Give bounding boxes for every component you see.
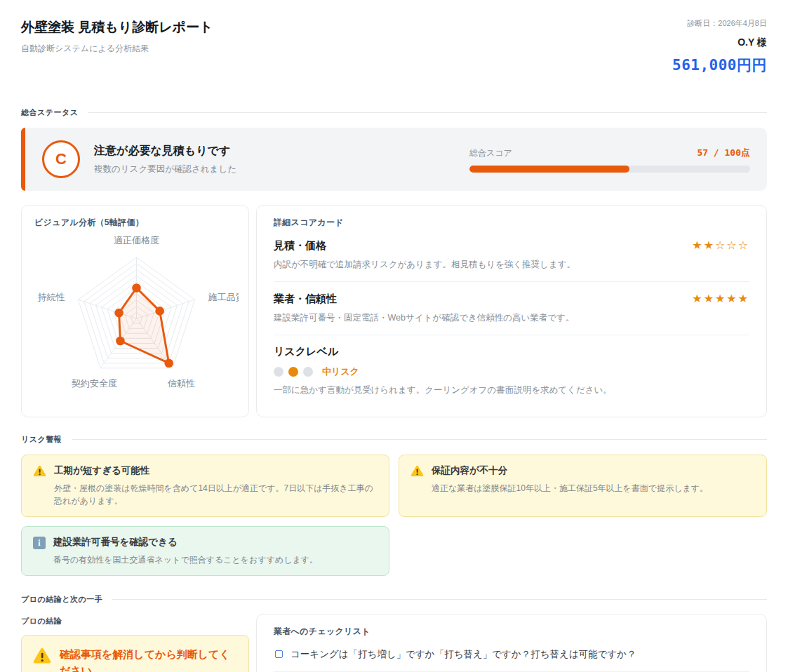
score-block: 総合スコア 57 / 100点 [469,147,750,173]
page-subtitle: 自動診断システムによる分析結果 [21,43,213,55]
alert-desc: 適正な業者は塗膜保証10年以上・施工保証5年以上を書面で提示します。 [432,482,708,495]
info-icon: i [33,537,46,549]
alert-title: 保証内容が不十分 [432,464,708,477]
checklist-card: 業者へのチェックリスト コーキングは「打ち増し」ですか「打ち替え」ですか？打ち替… [256,614,767,672]
estimate-price: 561,000円円 [672,55,767,75]
risk-level-desc: 一部に急かす言動が見受けられます。クーリングオフの書面説明を求めてください。 [274,384,749,396]
conclusion-sub-label: プロの結論 [21,616,249,626]
alert-desc: 番号の有効性を国土交通省ネットで照合することをおすすめします。 [53,553,318,566]
status-text-block: 注意が必要な見積もりです 複数のリスク要因が確認されました [94,144,236,175]
conclusion-title: 確認事項を解消してから判断してください [60,647,237,672]
risk-dots [274,367,313,377]
checklist-item-text: コーキングは「打ち増し」ですか「打ち替え」ですか？打ち替えは可能ですか？ [291,648,636,661]
scorecard-row-desc: 建設業許可番号・固定電話・Webサイトが確認でき信頼性の高い業者です。 [274,312,749,324]
visual-analysis-card: ビジュアル分析（5軸評価） 適正価格度施工品質信頼性契約安全度持続性 [21,205,249,417]
alert-card-warning: 保証内容が不十分 適正な業者は塗膜保証10年以上・施工保証5年以上を書面で提示し… [399,455,767,517]
svg-text:信頼性: 信頼性 [167,378,195,389]
scorecard-row-label: 見積・価格 [274,239,326,253]
conclusion-body: 確認事項を解消してから判断してください 気になる点はあるものの確認次第で判断でき… [60,647,237,672]
risk-dot [274,367,283,377]
radar-chart: 適正価格度施工品質信頼性契約安全度持続性 [34,231,239,402]
report-header: 外壁塗装 見積もり診断レポート 自動診断システムによる分析結果 診断日：2026… [21,18,767,75]
alert-body: 保証内容が不十分 適正な業者は塗膜保証10年以上・施工保証5年以上を書面で提示し… [432,464,708,495]
scorecard-row: 業者・信頼性 ★★★★★ 建設業許可番号・固定電話・Webサイトが確認でき信頼性… [274,282,749,335]
alert-body: 建設業許可番号を確認できる 番号の有効性を国土交通省ネットで照合することをおすす… [53,536,318,566]
checkbox-icon[interactable] [275,650,283,658]
risk-dot [303,367,313,377]
star-rating: ★★★★★ [692,292,749,305]
risk-level-text: 中リスク [322,365,359,378]
scorecard-row-label: 業者・信頼性 [274,293,337,306]
warning-icon [33,465,46,480]
section-conclusion: プロの結論と次の一手 [21,594,767,605]
checklist-item[interactable]: コーキングは「打ち増し」ですか「打ち替え」ですか？打ち替えは可能ですか？ [274,638,749,672]
svg-text:施工品質: 施工品質 [208,292,239,302]
report-page: 外壁塗装 見積もり診断レポート 自動診断システムによる分析結果 診断日：2026… [0,0,788,672]
alert-card-warning: 工期が短すぎる可能性 外壁・屋根の塗装は乾燥時間を含めて14日以上が適正です。7… [21,455,389,517]
header-left: 外壁塗装 見積もり診断レポート 自動診断システムによる分析結果 [21,18,213,55]
alert-card-info: i 建設業許可番号を確認できる 番号の有効性を国土交通省ネットで照合することをお… [21,526,389,576]
risk-level-label: リスクレベル [274,345,749,358]
section-rule [72,439,767,440]
score-label: 総合スコア [469,147,512,159]
status-accent-bar [21,128,25,191]
header-right: 診断日：2026年4月8日 O.Y 様 561,000円円 [672,18,767,75]
risk-dot [288,367,298,377]
svg-text:適正価格度: 適正価格度 [114,235,159,246]
pro-conclusion-card: 確認事項を解消してから判断してください 気になる点はあるものの確認次第で判断でき… [21,635,249,672]
section-rule [112,599,767,600]
score-bar-fill [469,166,629,173]
svg-text:契約安全度: 契約安全度 [72,378,117,389]
scorecard-row-desc: 内訳が不明確で追加請求リスクがあります。相見積もりを強く推奨します。 [274,259,749,271]
warning-icon [33,647,51,667]
page-title: 外壁塗装 見積もり診断レポート [21,18,213,36]
radar-card-title: ビジュアル分析（5軸評価） [34,217,239,229]
section-risk-label: リスク警報 [21,434,62,445]
checklist-title: 業者へのチェックリスト [274,626,749,638]
diagnosis-date: 診断日：2026年4月8日 [672,18,767,29]
score-progress-track [469,166,750,173]
section-rule [88,112,767,113]
conclusion-column: プロの結論 確認事項を解消してから判断してください 気になる点はあるものの確認次… [21,614,249,672]
alert-title: 建設業許可番号を確認できる [53,536,318,549]
svg-text:持続性: 持続性 [37,292,65,302]
overall-status-card: C 注意が必要な見積もりです 複数のリスク要因が確認されました 総合スコア 57… [21,128,767,191]
section-status-label: 総合ステータス [21,107,79,118]
customer-name: O.Y 様 [672,36,767,49]
warning-icon [410,465,424,480]
risk-level-row: リスクレベル 中リスク 一部に急かす言動が見受けられます。クーリングオフの書面説… [274,335,749,407]
analysis-row: ビジュアル分析（5軸評価） 適正価格度施工品質信頼性契約安全度持続性 詳細スコア… [21,205,767,417]
alert-title: 工期が短すぎる可能性 [54,464,378,477]
status-subtitle: 複数のリスク要因が確認されました [94,163,236,175]
scorecard-row: 見積・価格 ★★☆☆☆ 内訳が不明確で追加請求リスクがあります。相見積もりを強く… [274,229,749,282]
grade-badge: C [42,140,80,178]
alert-body: 工期が短すぎる可能性 外壁・屋根の塗装は乾燥時間を含めて14日以上が適正です。7… [54,464,378,507]
detail-scorecard: 詳細スコアカード 見積・価格 ★★☆☆☆ 内訳が不明確で追加請求リスクがあります… [256,205,767,417]
section-risk: リスク警報 [21,434,767,445]
scorecard-title: 詳細スコアカード [274,217,749,229]
section-status: 総合ステータス [21,107,767,118]
star-rating: ★★☆☆☆ [692,238,749,252]
score-value: 57 / 100点 [697,147,750,159]
conclusion-row: プロの結論 確認事項を解消してから判断してください 気になる点はあるものの確認次… [21,614,767,672]
alert-desc: 外壁・屋根の塗装は乾燥時間を含めて14日以上が適正です。7日以下は手抜き工事の恐… [54,482,378,507]
alerts-grid: 工期が短すぎる可能性 外壁・屋根の塗装は乾燥時間を含めて14日以上が適正です。7… [21,455,767,576]
status-title: 注意が必要な見積もりです [94,144,236,159]
section-conclusion-label: プロの結論と次の一手 [21,594,102,605]
